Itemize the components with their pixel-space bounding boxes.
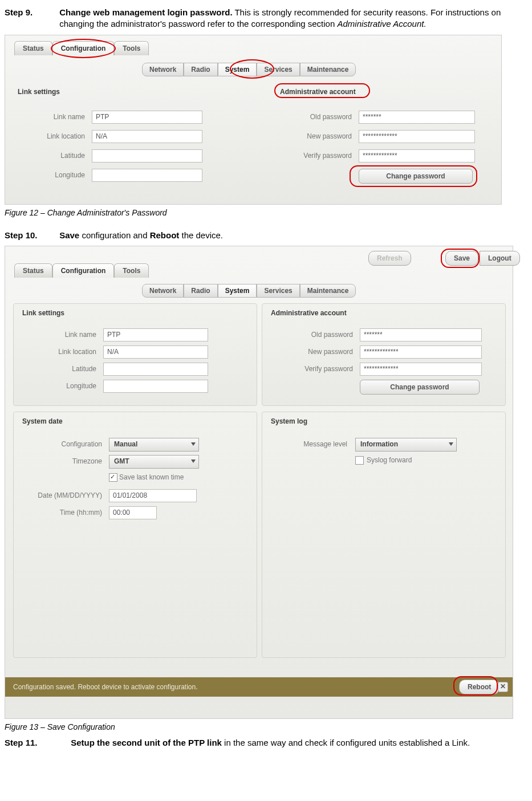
subtab-radio[interactable]: Radio: [184, 63, 217, 76]
label-syslog-forward: Syslog forward: [367, 456, 446, 464]
figure-13-caption: Figure 13 – Save Configuration: [5, 722, 527, 731]
system-log-title: System log: [271, 417, 307, 425]
admin-account-title: Administrative account: [280, 88, 356, 96]
input-new-password-2[interactable]: *************: [360, 345, 482, 359]
label-save-last-time: Save last known time: [119, 473, 210, 481]
input-latitude-2[interactable]: [103, 363, 208, 376]
tab-configuration-2[interactable]: Configuration: [52, 263, 115, 278]
step-9-title: Change web management login password.: [59, 7, 232, 17]
label-link-location: Link location: [28, 132, 85, 140]
subtab-services-2[interactable]: Services: [257, 284, 299, 298]
label-date: Date (MM/DD/YYYY): [22, 491, 102, 499]
chevron-down-icon-2: [191, 460, 196, 463]
notice-bar: Configuration saved. Reboot device to ac…: [5, 677, 513, 697]
label-time: Time (hh:mm): [22, 509, 102, 517]
reboot-button[interactable]: Reboot: [459, 680, 499, 694]
refresh-button[interactable]: Refresh: [368, 251, 411, 266]
step-11: Step 11. Setup the second unit of the PT…: [5, 737, 527, 749]
input-link-location[interactable]: N/A: [92, 130, 202, 143]
label-verify-password: Verify password: [278, 152, 352, 160]
input-latitude[interactable]: [92, 149, 202, 162]
select-configuration[interactable]: Manual: [109, 438, 199, 452]
label-link-name-2: Link name: [28, 331, 96, 339]
link-settings-title: Link settings: [18, 88, 60, 96]
step-10-body: Save configuration and Reboot the device…: [59, 230, 524, 241]
subtab-system[interactable]: System: [218, 63, 257, 76]
link-settings-title-2: Link settings: [22, 309, 64, 317]
input-link-name-2[interactable]: PTP: [103, 328, 208, 341]
tab-configuration[interactable]: Configuration: [52, 41, 115, 55]
label-old-password-2: Old password: [273, 331, 353, 339]
step-10-label: Step 10.: [5, 230, 57, 241]
input-time[interactable]: 00:00: [109, 506, 157, 519]
input-new-password[interactable]: *************: [359, 130, 475, 143]
notice-text: Configuration saved. Reboot device to ac…: [13, 683, 198, 691]
step-11-label: Step 11.: [5, 737, 68, 749]
step-10-save: Save: [59, 230, 79, 240]
change-password-button-2[interactable]: Change password: [360, 380, 480, 395]
subtab-services[interactable]: Services: [257, 63, 299, 76]
label-message-level: Message level: [273, 440, 347, 448]
close-icon[interactable]: ✕: [498, 682, 508, 692]
logout-button[interactable]: Logout: [480, 251, 520, 266]
subtab-system-2[interactable]: System: [218, 284, 257, 298]
input-old-password-2[interactable]: *******: [360, 328, 482, 341]
subtab-maintenance[interactable]: Maintenance: [300, 63, 356, 76]
subtab-network[interactable]: Network: [142, 63, 184, 76]
label-link-name: Link name: [28, 113, 85, 121]
label-new-password-2: New password: [273, 348, 353, 356]
figure-13-screenshot: Refresh Save Logout Status Configuration…: [5, 246, 513, 719]
select-timezone[interactable]: GMT: [109, 455, 199, 469]
chevron-down-icon-3: [449, 442, 453, 446]
step-9-body: Change web management login password. Th…: [59, 7, 524, 30]
input-longitude-2[interactable]: [103, 380, 208, 393]
label-new-password: New password: [278, 132, 352, 140]
step-9-italic: Administrative Account.: [337, 19, 426, 29]
step-11-title: Setup the second unit of the PTP link: [71, 738, 222, 747]
change-password-button[interactable]: Change password: [359, 169, 473, 184]
input-verify-password[interactable]: *************: [359, 149, 475, 162]
figure-12-caption: Figure 12 – Change Administrator's Passw…: [5, 208, 527, 217]
label-configuration: Configuration: [28, 440, 102, 448]
step-9: Step 9. Change web management login pass…: [5, 7, 527, 30]
admin-account-title-2: Administrative account: [271, 309, 347, 317]
label-latitude-2: Latitude: [28, 365, 96, 373]
save-button[interactable]: Save: [445, 251, 478, 266]
system-date-title: System date: [22, 417, 63, 425]
chevron-down-icon: [191, 442, 196, 446]
step-10-end: the device.: [179, 230, 223, 240]
label-longitude-2: Longitude: [28, 382, 96, 390]
step-11-body: Setup the second unit of the PTP link in…: [71, 737, 524, 749]
step-10: Step 10. Save configuration and Reboot t…: [5, 230, 527, 241]
input-link-name[interactable]: PTP: [92, 111, 202, 124]
label-old-password: Old password: [278, 113, 352, 121]
step-10-reboot: Reboot: [150, 230, 180, 240]
label-longitude: Longitude: [28, 171, 85, 179]
step-9-label: Step 9.: [5, 7, 57, 18]
checkbox-syslog-forward[interactable]: [355, 456, 364, 465]
label-verify-password-2: Verify password: [273, 365, 353, 373]
subtab-network-2[interactable]: Network: [142, 284, 184, 298]
label-latitude: Latitude: [28, 152, 85, 160]
subtab-radio-2[interactable]: Radio: [184, 284, 217, 298]
label-link-location-2: Link location: [28, 348, 96, 356]
tab-tools-2[interactable]: Tools: [114, 263, 149, 278]
select-message-level[interactable]: Information: [355, 438, 457, 452]
subtab-maintenance-2[interactable]: Maintenance: [300, 284, 356, 298]
checkbox-save-last-time[interactable]: ✓: [109, 473, 117, 482]
label-timezone: Timezone: [28, 457, 102, 465]
tab-status[interactable]: Status: [14, 41, 52, 55]
input-old-password[interactable]: *******: [359, 111, 475, 124]
step-11-rest: in the same way and check if configured …: [222, 738, 470, 747]
input-link-location-2[interactable]: N/A: [103, 345, 208, 359]
input-verify-password-2[interactable]: *************: [360, 363, 482, 376]
step-10-mid: configuration and: [79, 230, 149, 240]
figure-12-screenshot: Status Configuration Tools Network Radio…: [5, 35, 502, 205]
tab-tools[interactable]: Tools: [114, 41, 149, 55]
input-longitude[interactable]: [92, 169, 202, 182]
check-icon: ✓: [110, 473, 115, 481]
input-date[interactable]: 01/01/2008: [109, 489, 197, 502]
tab-status-2[interactable]: Status: [14, 263, 52, 278]
